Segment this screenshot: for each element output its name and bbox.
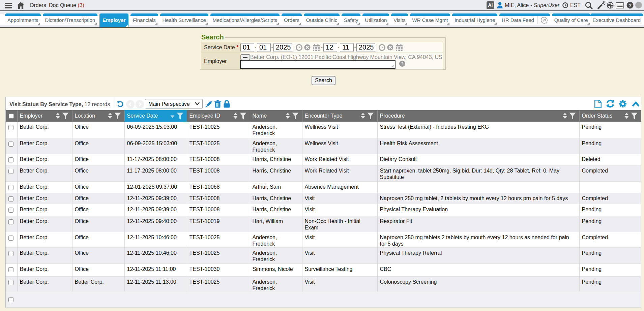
svg-text:?: ? [401,61,404,66]
svg-text:?: ? [628,2,632,8]
